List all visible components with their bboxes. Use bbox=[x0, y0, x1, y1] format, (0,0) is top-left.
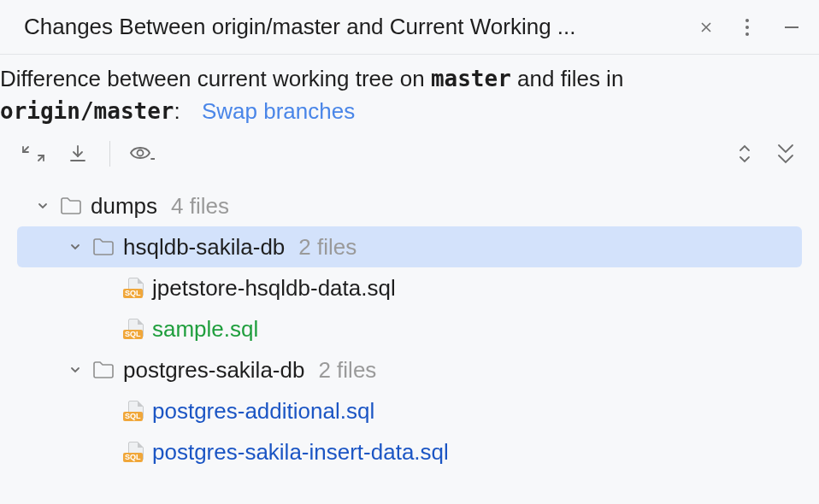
tree-file[interactable]: SQLpostgres-sakila-insert-data.sql bbox=[17, 431, 802, 472]
sql-file-icon: SQL bbox=[123, 319, 144, 339]
toolbar-separator bbox=[109, 141, 110, 167]
preview-toggle-button[interactable] bbox=[127, 139, 156, 168]
tree-folder[interactable]: hsqldb-sakila-db2 files bbox=[17, 226, 802, 267]
folder-name: hsqldb-sakila-db bbox=[123, 234, 285, 261]
close-tab-button[interactable] bbox=[696, 17, 716, 38]
get-from-branch-button[interactable] bbox=[19, 139, 48, 168]
tree-folder[interactable]: postgres-sakila-db2 files bbox=[17, 349, 802, 390]
chevron-down-icon[interactable] bbox=[34, 197, 51, 214]
svg-point-3 bbox=[138, 150, 144, 156]
file-name: sample.sql bbox=[152, 316, 258, 343]
swap-branches-link[interactable]: Swap branches bbox=[202, 98, 355, 124]
file-name: postgres-sakila-insert-data.sql bbox=[152, 439, 449, 466]
svg-point-2 bbox=[745, 32, 749, 36]
header-actions bbox=[737, 17, 802, 38]
tree-file[interactable]: SQLjpetstore-hsqldb-data.sql bbox=[17, 267, 802, 308]
toolbar bbox=[0, 136, 819, 180]
minimize-button[interactable] bbox=[781, 17, 802, 38]
changes-tree: dumps4 fileshsqldb-sakila-db2 filesSQLjp… bbox=[0, 180, 819, 472]
file-count: 4 files bbox=[171, 193, 229, 220]
file-name: postgres-additional.sql bbox=[152, 398, 374, 425]
collapse-all-button[interactable] bbox=[771, 139, 800, 168]
file-name: jpetstore-hsqldb-data.sql bbox=[152, 275, 396, 302]
expand-collapse-button[interactable] bbox=[730, 139, 759, 168]
sql-file-icon: SQL bbox=[123, 401, 144, 421]
tree-file[interactable]: SQLsample.sql bbox=[17, 308, 802, 349]
folder-icon bbox=[92, 360, 115, 379]
folder-name: dumps bbox=[91, 193, 157, 220]
sql-file-icon: SQL bbox=[123, 278, 144, 298]
panel-header: Changes Between origin/master and Curren… bbox=[0, 0, 819, 55]
svg-point-0 bbox=[745, 19, 749, 22]
description-mid: and files in bbox=[511, 66, 624, 91]
description-text: Difference between current working tree … bbox=[0, 55, 819, 136]
branch-current: master bbox=[431, 66, 511, 91]
tree-file[interactable]: SQLpostgres-additional.sql bbox=[17, 390, 802, 431]
description-suffix: : bbox=[174, 98, 180, 124]
file-count: 2 files bbox=[298, 234, 356, 261]
branch-remote: origin/master bbox=[0, 98, 174, 124]
chevron-down-icon[interactable] bbox=[67, 361, 84, 378]
chevron-down-icon[interactable] bbox=[67, 238, 84, 255]
panel-title: Changes Between origin/master and Curren… bbox=[24, 14, 686, 40]
sql-file-icon: SQL bbox=[123, 442, 144, 462]
svg-point-1 bbox=[745, 26, 749, 29]
more-options-button[interactable] bbox=[737, 17, 757, 38]
folder-name: postgres-sakila-db bbox=[123, 357, 304, 384]
download-button[interactable] bbox=[63, 139, 92, 168]
file-count: 2 files bbox=[318, 357, 376, 384]
folder-icon bbox=[60, 196, 82, 215]
tree-folder[interactable]: dumps4 files bbox=[17, 185, 802, 226]
folder-icon bbox=[92, 237, 115, 256]
description-prefix: Difference between current working tree … bbox=[0, 66, 431, 91]
